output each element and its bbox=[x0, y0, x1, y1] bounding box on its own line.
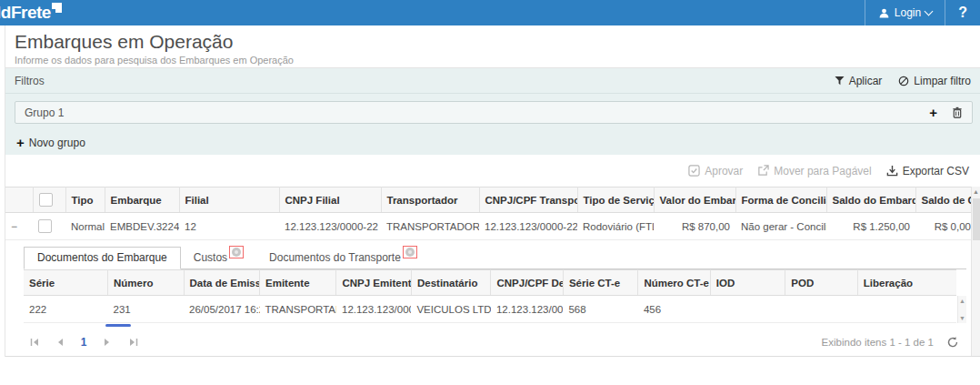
column-header[interactable]: Valor do Embarque bbox=[654, 187, 735, 213]
scroll-up-icon[interactable]: ▲ bbox=[958, 296, 966, 306]
export-csv-button[interactable]: Exportar CSV bbox=[886, 165, 969, 177]
column-header[interactable]: POD bbox=[785, 270, 857, 296]
column-header[interactable]: Data de Emissão bbox=[184, 270, 259, 296]
column-header[interactable]: Forma de Concilia... bbox=[735, 187, 826, 213]
cell-valor-embarque: R$ 870,00 bbox=[654, 213, 735, 240]
app-logo-text: ldFrete bbox=[0, 1, 51, 25]
column-header[interactable]: CNPJ Emitente bbox=[336, 270, 411, 296]
grid-toolbar: Aprovar Mover para Pagável Exportar CSV bbox=[5, 155, 980, 187]
current-page[interactable]: 1 bbox=[75, 336, 93, 349]
column-header[interactable]: Série CT-e bbox=[563, 270, 637, 296]
tab-badge-icon bbox=[232, 248, 241, 257]
move-to-payable-label: Mover para Pagável bbox=[774, 165, 871, 177]
cell-cnpj-filial: 12.123.123/0000-22 bbox=[279, 213, 381, 240]
user-icon bbox=[878, 7, 890, 19]
documents-hscrollbar[interactable] bbox=[24, 323, 966, 329]
cell-filial: 12 bbox=[179, 213, 279, 240]
grid-scrollbar[interactable]: ▲ bbox=[971, 187, 980, 356]
column-header[interactable]: Número bbox=[108, 270, 184, 296]
collapse-row-icon[interactable]: − bbox=[11, 220, 17, 233]
last-page-button[interactable] bbox=[122, 332, 144, 352]
cell-serie: 222 bbox=[24, 296, 108, 323]
column-header[interactable]: Transportador bbox=[381, 187, 479, 213]
approve-button[interactable]: Aprovar bbox=[688, 165, 743, 177]
app-logo: ldFrete bbox=[0, 1, 62, 25]
scrollbar-thumb[interactable] bbox=[973, 198, 980, 240]
column-header[interactable]: CNPJ/CPF Transportador bbox=[479, 187, 577, 213]
cell-saldo-custos: R$ 0,00 bbox=[915, 213, 976, 240]
download-icon bbox=[886, 165, 898, 177]
new-group-button[interactable]: + Novo grupo bbox=[16, 136, 980, 149]
cell-iod bbox=[710, 296, 785, 323]
column-header[interactable]: Destinatário bbox=[411, 270, 491, 296]
row-checkbox[interactable] bbox=[38, 219, 52, 233]
scroll-up-icon[interactable]: ▲ bbox=[972, 187, 980, 198]
add-filter-button[interactable]: + bbox=[929, 106, 937, 119]
page-title: Embarques em Operação bbox=[15, 30, 967, 54]
next-page-button[interactable] bbox=[96, 332, 118, 352]
column-header[interactable]: Número CT-e bbox=[638, 270, 710, 296]
documents-table: Série Número Data de Emissão Emitente CN… bbox=[24, 269, 956, 323]
move-to-payable-button[interactable]: Mover para Pagável bbox=[757, 165, 871, 177]
tab-label: Documentos do Embarque bbox=[37, 251, 167, 264]
apply-filter-button[interactable]: Aplicar bbox=[835, 75, 883, 87]
column-header[interactable]: CNPJ Filial bbox=[279, 187, 381, 213]
new-group-label: Novo grupo bbox=[29, 137, 85, 149]
column-header[interactable]: Tipo bbox=[65, 187, 105, 213]
tab-documentos-do-embarque[interactable]: Documentos do Embarque bbox=[24, 247, 181, 269]
clear-filter-button[interactable]: Limpar filtro bbox=[898, 75, 971, 87]
column-header[interactable]: Saldo do Embarque bbox=[826, 187, 915, 213]
refresh-button[interactable] bbox=[946, 336, 959, 349]
cell-pod bbox=[785, 296, 857, 323]
cell-tipo: Normal bbox=[65, 213, 105, 240]
check-square-icon bbox=[688, 165, 700, 177]
slash-circle-icon bbox=[898, 76, 909, 86]
shipment-row[interactable]: − Normal EMBDEV.32245 12 12.123.123/0000… bbox=[5, 213, 976, 240]
grid-zone: Tipo Embarque Filial CNPJ Filial Transpo… bbox=[5, 187, 980, 357]
first-page-button[interactable] bbox=[24, 332, 45, 352]
column-header[interactable]: Embarque bbox=[105, 187, 179, 213]
column-header[interactable]: Emitente bbox=[260, 270, 336, 296]
column-header[interactable]: Saldo de Custos bbox=[915, 187, 976, 213]
filters-panel: Filtros Aplicar Limpar filtro Grupo 1 bbox=[5, 68, 980, 155]
top-bar: ldFrete Login ? bbox=[0, 0, 980, 25]
plus-icon: + bbox=[16, 136, 25, 149]
expand-column-header bbox=[5, 187, 33, 213]
tab-custos[interactable]: Custos bbox=[181, 247, 256, 268]
column-header[interactable]: Série bbox=[24, 270, 108, 296]
tab-label: Custos bbox=[194, 251, 227, 264]
clear-filter-label: Limpar filtro bbox=[914, 75, 971, 87]
items-status: Exibindo itens 1 - 1 de 1 bbox=[822, 337, 934, 348]
chevron-down-icon bbox=[925, 7, 934, 16]
shipments-header-row: Tipo Embarque Filial CNPJ Filial Transpo… bbox=[5, 187, 976, 213]
tab-documentos-do-transporte[interactable]: Documentos do Transporte bbox=[256, 247, 430, 268]
prev-page-button[interactable] bbox=[49, 332, 71, 352]
login-button[interactable]: Login bbox=[865, 0, 945, 25]
cell-embarque: EMBDEV.32245 bbox=[105, 213, 179, 240]
column-header[interactable]: CNPJ/CPF Destin... bbox=[491, 270, 563, 296]
column-header[interactable]: Liberação bbox=[857, 270, 956, 296]
row-detail-panel: Documentos do Embarque Custos Documentos… bbox=[5, 240, 971, 356]
move-arrow-icon bbox=[757, 165, 769, 177]
column-header[interactable]: Tipo de Serviço bbox=[577, 187, 654, 213]
scroll-down-icon[interactable]: ▼ bbox=[958, 313, 966, 323]
login-label: Login bbox=[895, 6, 921, 19]
page-container: Embarques em Operação Informe os dados p… bbox=[5, 25, 980, 357]
help-button[interactable]: ? bbox=[945, 0, 980, 25]
column-header[interactable]: Filial bbox=[179, 187, 279, 213]
cell-forma-conciliacao: Não gerar - Concilia... bbox=[735, 213, 826, 240]
column-header[interactable]: IOD bbox=[710, 270, 785, 296]
app-logo-icon bbox=[52, 3, 62, 13]
filter-group-bar[interactable]: Grupo 1 + bbox=[15, 101, 973, 124]
cell-destinatario: VEICULOS LTDA bbox=[411, 296, 491, 323]
document-row[interactable]: 222 231 26/05/2017 16:20 TRANSPORTADOR01… bbox=[24, 296, 956, 323]
documents-scrollbar[interactable]: ▲ ▼ bbox=[957, 296, 966, 323]
tab-badge-icon bbox=[405, 248, 415, 257]
hscroll-thumb[interactable] bbox=[105, 324, 131, 327]
select-all-checkbox[interactable] bbox=[39, 193, 53, 207]
select-all-header bbox=[33, 187, 65, 213]
help-icon: ? bbox=[958, 5, 967, 21]
cell-cnpj-transportador: 12.123.123/0000-22 bbox=[479, 213, 577, 240]
tab-badge bbox=[403, 246, 417, 258]
delete-group-button[interactable] bbox=[952, 106, 963, 118]
